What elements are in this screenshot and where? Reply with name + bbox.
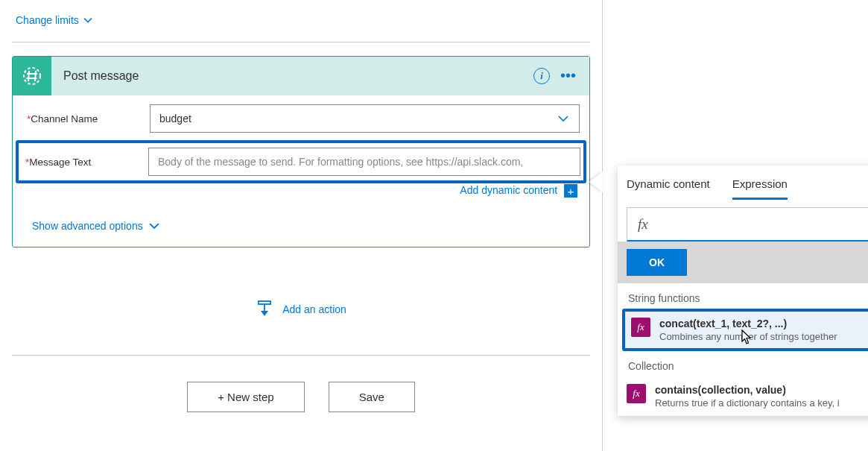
- divider: [12, 355, 590, 356]
- fx-badge-icon: fx: [631, 318, 650, 337]
- slack-hash-icon: [13, 57, 51, 95]
- tab-dynamic-content[interactable]: Dynamic content: [627, 177, 710, 200]
- channel-name-label: *Channel Name: [23, 113, 150, 124]
- function-contains[interactable]: fx contains(collection, value) Returns t…: [618, 376, 868, 416]
- tab-expression[interactable]: Expression: [732, 177, 788, 200]
- add-action-icon: [256, 300, 273, 319]
- new-step-button[interactable]: + New step: [187, 382, 304, 412]
- plus-icon: +: [564, 184, 577, 198]
- channel-name-row: *Channel Name budget: [20, 104, 582, 133]
- svg-rect-1: [259, 301, 270, 304]
- card-title: Post message: [51, 69, 533, 83]
- advanced-text: Show advanced options: [32, 220, 143, 232]
- add-action-label: Add an action: [282, 303, 346, 315]
- message-text-input[interactable]: Body of the message to send. For formatt…: [148, 148, 580, 176]
- section-string-functions: String functions: [618, 283, 868, 309]
- message-text-row-highlight: *Message Text Body of the message to sen…: [16, 140, 586, 183]
- ok-button[interactable]: OK: [627, 249, 687, 276]
- channel-name-select[interactable]: budget: [150, 104, 580, 133]
- expression-input[interactable]: fx: [627, 207, 868, 242]
- chevron-down-icon: [557, 112, 570, 125]
- func-desc: Returns true if a dictionary contains a …: [655, 397, 840, 409]
- fx-symbol: fx: [638, 216, 648, 233]
- chevron-down-icon: [83, 16, 92, 25]
- placeholder-text: Body of the message to send. For formatt…: [158, 156, 523, 168]
- add-action-button[interactable]: Add an action: [12, 300, 590, 321]
- right-panel: Dynamic content Expression fx OK String …: [602, 0, 868, 451]
- func-name: concat(text_1, text_2?, ...): [659, 318, 837, 329]
- section-collection: Collection: [618, 351, 868, 376]
- change-limits-link[interactable]: Change limits: [12, 12, 96, 28]
- callout-notch: [589, 171, 603, 192]
- add-dynamic-content-link[interactable]: Add dynamic content +: [20, 184, 582, 198]
- more-menu-icon[interactable]: •••: [560, 68, 576, 85]
- chevron-down-icon: [149, 221, 159, 231]
- change-limits-text: Change limits: [16, 14, 79, 26]
- card-header[interactable]: Post message i •••: [13, 57, 589, 95]
- add-dynamic-text: Add dynamic content: [460, 184, 557, 196]
- channel-value: budget: [159, 113, 191, 124]
- show-advanced-options-link[interactable]: Show advanced options: [20, 220, 159, 232]
- message-text-label: *Message Text: [22, 157, 148, 168]
- info-icon[interactable]: i: [533, 68, 550, 84]
- save-button[interactable]: Save: [329, 382, 415, 412]
- function-concat[interactable]: fx concat(text_1, text_2?, ...) Combines…: [622, 309, 868, 351]
- divider: [12, 42, 590, 42]
- func-desc: Combines any number of strings together: [659, 331, 837, 342]
- post-message-card: Post message i ••• *Channel Name budget …: [12, 56, 590, 247]
- expression-popup: Dynamic content Expression fx OK String …: [618, 165, 868, 416]
- fx-badge-icon: fx: [627, 384, 646, 403]
- svg-point-0: [24, 68, 40, 84]
- func-name: contains(collection, value): [655, 384, 840, 396]
